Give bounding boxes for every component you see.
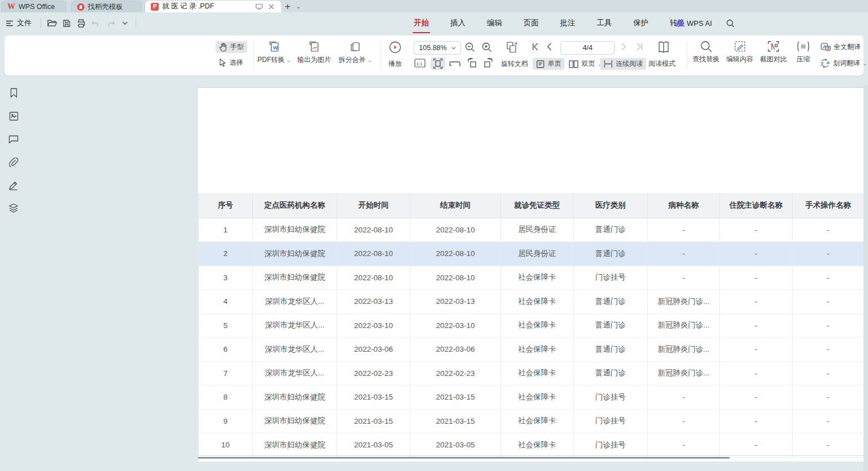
double-page-button[interactable]: 双页 ⌄ bbox=[565, 58, 606, 70]
rotate-left-button[interactable] bbox=[466, 57, 477, 68]
fit-page-button[interactable] bbox=[431, 57, 445, 70]
zoom-level-dropdown[interactable]: 105.88% bbox=[414, 41, 461, 55]
print-button[interactable] bbox=[74, 16, 88, 30]
cell-r10-c2: 2021-03-05 bbox=[337, 433, 410, 457]
full-text-translate-button[interactable]: A 全文翻译 bbox=[821, 42, 861, 52]
split-merge-button[interactable]: 拆分合并 ⌄ bbox=[337, 41, 374, 65]
menu-item-6[interactable]: 保护 bbox=[632, 16, 650, 30]
edit-content-icon bbox=[734, 41, 746, 52]
menu-item-0[interactable]: 开始 bbox=[413, 16, 430, 30]
close-tab-icon[interactable] bbox=[267, 2, 276, 11]
split-merge-icon bbox=[349, 41, 361, 53]
page-indicator-field[interactable] bbox=[571, 44, 605, 52]
last-page-button[interactable] bbox=[636, 43, 643, 51]
chevron-down-icon bbox=[451, 47, 456, 50]
tab-docer-templates[interactable]: 找稻壳模板 bbox=[71, 1, 142, 12]
comment-panel-button[interactable] bbox=[6, 132, 21, 146]
menu-item-4[interactable]: 批注 bbox=[559, 16, 576, 30]
table-row-6: 6深圳市龙华区人...2022-03-062022-03-06社会保障卡普通门诊… bbox=[199, 338, 864, 362]
edit-content-button[interactable]: 编辑内容 bbox=[725, 41, 754, 64]
thumbnail-panel-button[interactable] bbox=[6, 109, 21, 123]
chevron-down-icon: ⌄ bbox=[287, 57, 291, 63]
split-merge-label: 拆分合并 bbox=[339, 56, 366, 64]
menu-search-icon[interactable] bbox=[726, 19, 735, 28]
cell-r2-c3: 2022-08-10 bbox=[410, 242, 501, 266]
cell-r7-c1: 深圳市龙华区人... bbox=[253, 361, 337, 385]
continuous-reading-button[interactable]: 连续阅读 bbox=[600, 58, 646, 70]
cell-r3-c7: - bbox=[720, 266, 793, 290]
find-replace-button[interactable]: 查找替换 bbox=[691, 41, 721, 64]
hand-tool-button[interactable]: 手型 bbox=[216, 41, 247, 53]
tab-wps-office[interactable]: W WPS Office bbox=[1, 1, 66, 12]
signature-panel-button[interactable] bbox=[6, 178, 21, 192]
pdf-convert-label: PDF转换 bbox=[258, 56, 285, 64]
column-header-5: 医疗类别 bbox=[574, 193, 648, 218]
zoom-out-button[interactable] bbox=[465, 42, 475, 52]
monitor-icon[interactable] bbox=[254, 2, 263, 11]
read-mode-button[interactable]: 阅读模式 bbox=[648, 59, 675, 69]
cell-r10-c4: 社会保障卡 bbox=[501, 433, 574, 457]
hand-icon bbox=[219, 43, 227, 52]
menu-item-1[interactable]: 插入 bbox=[449, 16, 467, 30]
file-menu-button[interactable]: 文件 bbox=[0, 16, 37, 30]
select-tool-button[interactable]: 选择 bbox=[216, 57, 247, 69]
export-image-button[interactable]: 输出为图片 bbox=[295, 41, 333, 65]
zoom-level-value: 105.88% bbox=[419, 44, 446, 52]
open-file-button[interactable] bbox=[44, 16, 59, 30]
menu-item-2[interactable]: 编辑 bbox=[486, 16, 503, 30]
double-page-label: 双页 bbox=[581, 59, 595, 69]
quick-access-chevron-icon[interactable] bbox=[118, 16, 132, 30]
cell-r9-c4: 社会保障卡 bbox=[501, 409, 574, 433]
fit-width-button[interactable] bbox=[449, 59, 460, 66]
redo-button[interactable] bbox=[103, 16, 118, 30]
wps-ai-button[interactable]: WPS AI bbox=[675, 19, 712, 28]
rotate-right-button[interactable] bbox=[483, 57, 494, 68]
divider bbox=[41, 18, 41, 28]
svg-text:文: 文 bbox=[820, 61, 825, 66]
undo-button[interactable] bbox=[88, 16, 103, 30]
find-replace-icon bbox=[700, 41, 712, 52]
menu-item-5[interactable]: 工具 bbox=[596, 16, 613, 30]
play-button[interactable] bbox=[388, 41, 402, 54]
attachment-panel-button[interactable] bbox=[6, 155, 21, 169]
cell-r5-c5: 普通门诊 bbox=[574, 313, 648, 338]
pdf-convert-button[interactable]: W PDF转换 ⌄ bbox=[257, 41, 292, 65]
screenshot-compare-button[interactable]: 截图对比 bbox=[759, 41, 788, 64]
embedded-horizontal-scrollbar bbox=[198, 457, 730, 459]
wps-ai-label: WPS AI bbox=[687, 19, 712, 28]
cell-r9-c3: 2021-03-15 bbox=[410, 409, 501, 433]
column-header-8: 手术操作名称 bbox=[793, 193, 864, 218]
cell-r4-c2: 2022-03-13 bbox=[337, 290, 410, 314]
vertical-scrollbar[interactable] bbox=[863, 85, 868, 471]
first-page-button[interactable] bbox=[531, 43, 539, 51]
page-number-input[interactable] bbox=[561, 41, 615, 55]
cell-r1-c0: 1 bbox=[199, 218, 253, 242]
cell-r10-c7: - bbox=[720, 433, 793, 457]
rotate-document-button[interactable]: 旋转文档 bbox=[501, 59, 528, 69]
word-translate-button[interactable]: 文 A 划词翻译 ⌄ bbox=[820, 59, 867, 68]
swap-pages-button[interactable] bbox=[505, 41, 520, 54]
zoom-in-button[interactable] bbox=[482, 42, 492, 52]
pdf-page[interactable]: 序号定点医药机构名称开始时间结束时间就诊凭证类型医疗类别病种名称住院主诊断名称手… bbox=[198, 87, 863, 461]
next-page-button[interactable] bbox=[621, 43, 627, 51]
actual-size-button[interactable]: 1:1 bbox=[414, 58, 426, 68]
layers-panel-button[interactable] bbox=[6, 201, 21, 215]
export-image-icon bbox=[308, 41, 320, 53]
single-page-button[interactable]: 单页 bbox=[533, 58, 565, 70]
cell-r1-c7: - bbox=[720, 218, 793, 242]
read-mode-icon[interactable] bbox=[656, 41, 671, 54]
save-button[interactable] bbox=[59, 16, 74, 30]
cell-r9-c7: - bbox=[720, 409, 793, 433]
table-row-8: 8深圳市妇幼保健院2021-03-152021-03-15社会保障卡门诊挂号--… bbox=[199, 385, 864, 410]
menu-item-3[interactable]: 页面 bbox=[522, 16, 540, 30]
bookmark-panel-button[interactable] bbox=[6, 86, 21, 100]
previous-page-button[interactable] bbox=[547, 43, 552, 51]
new-tab-button[interactable]: + bbox=[285, 2, 290, 11]
tab-document[interactable]: P 就 医 记 录 .PDF bbox=[145, 1, 281, 12]
tab-list-chevron-icon[interactable]: ⌄ bbox=[296, 3, 301, 10]
cell-r7-c3: 2022-02-23 bbox=[410, 361, 501, 385]
compress-button[interactable]: 压缩 bbox=[793, 41, 814, 64]
bookmark-icon bbox=[10, 88, 18, 98]
cell-r1-c3: 2022-08-10 bbox=[410, 218, 501, 242]
tab-label: WPS Office bbox=[19, 3, 55, 11]
